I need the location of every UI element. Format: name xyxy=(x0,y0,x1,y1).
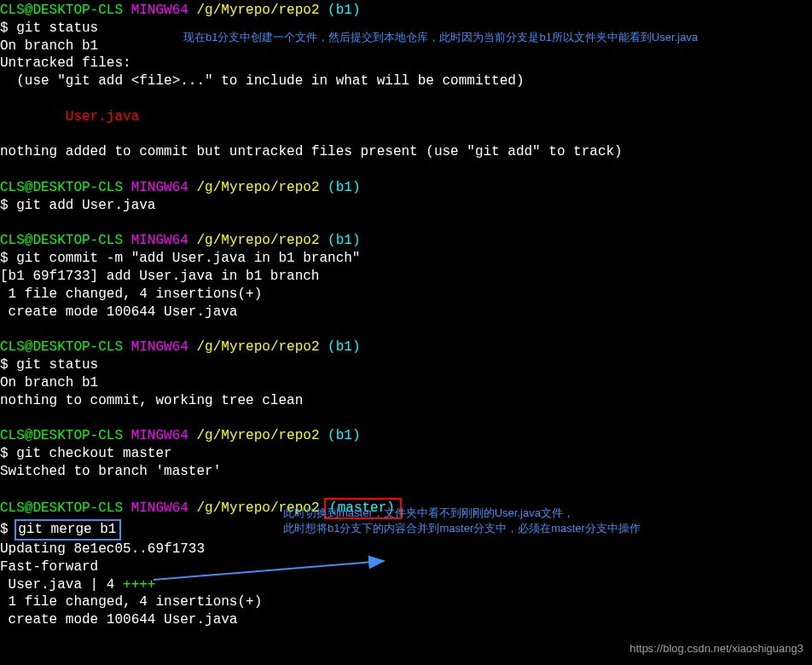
output-line: Fast-forward xyxy=(0,558,812,576)
command-line[interactable]: $ git commit -m "add User.java in b1 bra… xyxy=(0,250,812,268)
cmd-git-add: git add User.java xyxy=(16,198,155,213)
blank-line xyxy=(0,409,812,427)
blank-line xyxy=(0,215,812,233)
cmd-git-status-2: git status xyxy=(16,357,98,373)
output-line: create mode 100644 User.java xyxy=(0,304,812,321)
output-line: User.java | 4 ++++ xyxy=(0,576,812,594)
prompt-branch: (b1) xyxy=(328,3,360,18)
prompt-line: CLS@DESKTOP-CLS MINGW64 /g/Myrepo/repo2 … xyxy=(0,427,812,445)
watermark: https://blog.csdn.net/xiaoshiguang3 xyxy=(629,642,803,656)
blank-line xyxy=(0,90,812,108)
command-line[interactable]: $ git add User.java xyxy=(0,197,812,215)
cmd-git-checkout: git checkout master xyxy=(16,446,171,461)
prompt-line: CLS@DESKTOP-CLS MINGW64 /g/Myrepo/repo2 … xyxy=(0,338,812,356)
cmd-git-status: git status xyxy=(16,20,98,36)
prompt-path: /g/Myrepo/repo2 xyxy=(196,3,319,18)
blank-line xyxy=(0,481,812,499)
blank-line xyxy=(0,321,812,338)
output-line: [b1 69f1733] add User.java in b1 branch xyxy=(0,268,812,286)
annotation-2: 此时切换到master，文件夹中看不到刚刚的User.java文件， 此时想将b… xyxy=(283,506,641,536)
blank-line xyxy=(0,126,812,144)
cmd-git-merge: git merge b1 xyxy=(18,522,116,537)
blank-line xyxy=(0,161,812,179)
prompt-mingw: MINGW64 xyxy=(131,3,188,18)
prompt-line: CLS@DESKTOP-CLS MINGW64 /g/Myrepo/repo2 … xyxy=(0,179,812,197)
prompt-line: CLS@DESKTOP-CLS MINGW64 /g/Myrepo/repo2 … xyxy=(0,232,812,250)
output-line: On branch b1 xyxy=(0,374,812,392)
output-line: Updating 8e1ec05..69f1733 xyxy=(0,541,812,558)
untracked-file: User.java xyxy=(0,108,812,126)
prompt-user: CLS@DESKTOP-CLS xyxy=(0,3,123,18)
command-line[interactable]: $ git status xyxy=(0,356,812,374)
annotation-1: 现在b1分支中创建一个文件，然后提交到本地仓库，此时因为当前分支是b1所以文件夹… xyxy=(183,31,698,45)
diff-plus: ++++ xyxy=(123,577,155,593)
output-line: create mode 100644 User.java xyxy=(0,611,812,629)
output-line: Switched to branch 'master' xyxy=(0,463,812,481)
output-line: nothing to commit, working tree clean xyxy=(0,392,812,410)
output-line: (use "git add <file>..." to include in w… xyxy=(0,72,812,90)
output-line: nothing added to commit but untracked fi… xyxy=(0,143,812,161)
command-line[interactable]: $ git checkout master xyxy=(0,445,812,463)
highlight-merge-cmd: git merge b1 xyxy=(14,519,121,541)
output-line: 1 file changed, 4 insertions(+) xyxy=(0,286,812,304)
prompt-line: CLS@DESKTOP-CLS MINGW64 /g/Myrepo/repo2 … xyxy=(0,2,812,20)
output-line: Untracked files: xyxy=(0,55,812,72)
cmd-git-commit: git commit -m "add User.java in b1 branc… xyxy=(16,251,360,266)
output-line: 1 file changed, 4 insertions(+) xyxy=(0,593,812,611)
